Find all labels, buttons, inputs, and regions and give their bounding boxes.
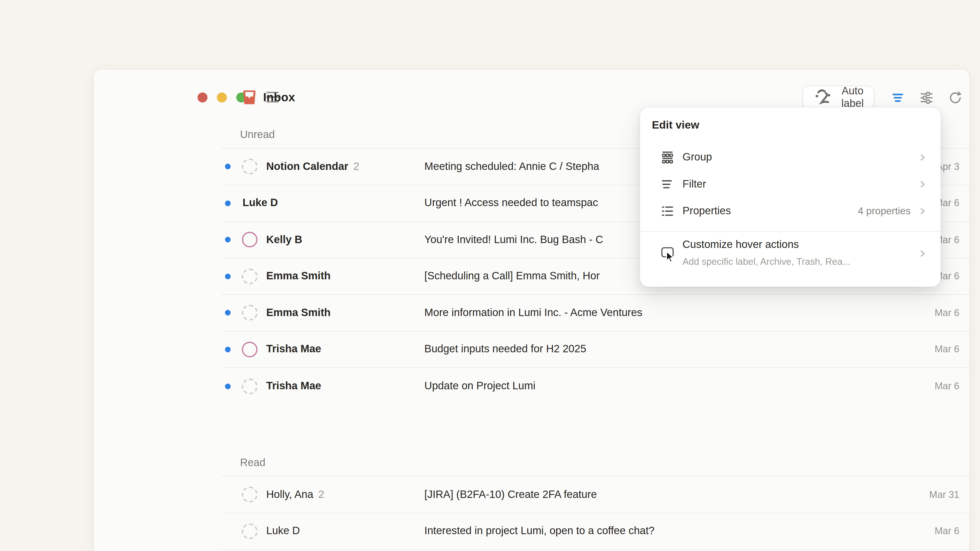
page-title: Inbox <box>263 91 295 104</box>
unread-indicator <box>224 237 230 243</box>
email-subject: Budget inputs needed for H2 2025 <box>425 343 586 356</box>
close-button[interactable] <box>197 92 207 102</box>
email-subject: You're Invited! Lumi Inc. Bug Bash - C <box>425 233 603 246</box>
toolbar-actions: Auto label <box>803 86 964 110</box>
email-subject: Meeting scheduled: Annie C / Stepha <box>425 160 599 173</box>
section-header: Read <box>221 451 969 476</box>
email-sender: Notion Calendar <box>266 160 348 173</box>
email-row[interactable]: Emma SmithMore information in Lumi Inc. … <box>221 295 969 331</box>
avatar <box>242 159 257 175</box>
email-subject: More information in Lumi Inc. - Acme Ven… <box>425 306 642 319</box>
screen: Inbox Auto label <box>0 0 980 551</box>
unread-indicator <box>224 164 230 169</box>
item-value: 4 properties <box>858 205 911 216</box>
chevron-right-icon <box>918 153 927 162</box>
email-sender: Kelly B <box>266 233 302 246</box>
chevron-right-icon <box>918 206 927 215</box>
item-label: Filter <box>682 178 706 190</box>
email-subject: Urgent ! Access needed to teamspac <box>425 197 598 210</box>
avatar <box>242 341 257 357</box>
avatar <box>242 232 257 248</box>
traffic-lights <box>197 92 246 102</box>
email-sender: Trisha Mae <box>266 343 321 356</box>
auto-label-icon <box>811 85 836 110</box>
auto-label-button[interactable]: Auto label <box>803 86 874 110</box>
unread-indicator <box>224 310 230 316</box>
display-settings-icon[interactable] <box>917 88 935 106</box>
item-label: Group <box>682 151 712 163</box>
email-sender: Luke D <box>266 525 300 537</box>
email-row[interactable]: Trisha MaeBudget inputs needed for H2 20… <box>221 331 969 368</box>
email-sender: Emma Smith <box>266 270 331 283</box>
mouse-cursor-icon <box>662 249 678 264</box>
avatar <box>242 305 257 321</box>
edit-view-item-group[interactable]: Group <box>640 144 941 170</box>
chevron-right-icon <box>918 249 927 258</box>
avatar <box>242 524 257 539</box>
email-sender: Emma Smith <box>266 306 331 319</box>
filter-icon <box>660 176 675 192</box>
edit-view-item-filter[interactable]: Filter <box>640 171 941 197</box>
email-date: Mar 6 <box>935 526 959 537</box>
avatar <box>242 268 257 284</box>
panel-title: Edit view <box>652 119 699 132</box>
edit-view-panel: Edit view GroupFilterProperties4 propert… <box>640 107 941 287</box>
email-subject: [JIRA] (B2FA-10) Create 2FA feature <box>425 488 597 501</box>
unread-indicator <box>224 200 230 206</box>
inbox-logo-icon <box>241 89 258 106</box>
toolbar: Inbox Auto label <box>94 69 969 113</box>
section-read: Read Holly, Ana2[JIRA] (B2FA-10) Create … <box>221 451 969 550</box>
group-icon <box>660 150 675 165</box>
minimize-button[interactable] <box>217 92 227 102</box>
customize-hover-actions-item[interactable]: Customize hover actions Add specific lab… <box>640 232 941 287</box>
email-date: Mar 31 <box>929 489 959 500</box>
edit-view-item-properties[interactable]: Properties4 properties <box>640 197 941 224</box>
thread-count: 2 <box>318 488 324 501</box>
unread-indicator <box>224 273 230 279</box>
refresh-icon[interactable] <box>945 88 964 106</box>
email-sender: Luke D <box>242 197 278 210</box>
unread-indicator <box>224 383 230 389</box>
avatar <box>242 487 257 502</box>
email-subject: [Scheduling a Call] Emma Smith, Hor <box>425 270 600 283</box>
email-date: Mar 6 <box>935 344 959 355</box>
inbox-title-group: Inbox <box>241 89 295 106</box>
email-subject: Interested in project Lumi, open to a co… <box>425 525 655 537</box>
item-label: Properties <box>682 205 731 217</box>
filter-icon[interactable] <box>888 88 907 106</box>
email-subject: Update on Project Lumi <box>425 380 535 392</box>
customize-label: Customize hover actions <box>682 239 799 251</box>
email-row[interactable]: Holly, Ana2[JIRA] (B2FA-10) Create 2FA f… <box>221 477 969 513</box>
email-date: Mar 6 <box>935 307 959 318</box>
properties-icon <box>660 203 675 218</box>
avatar <box>242 378 257 394</box>
thread-count: 2 <box>353 160 359 173</box>
email-row[interactable]: Trisha MaeUpdate on Project LumiMar 6 <box>221 368 969 404</box>
section-header-label: Read <box>240 451 266 475</box>
chevron-right-icon <box>918 179 927 188</box>
email-date: Mar 6 <box>935 381 959 392</box>
email-sender: Trisha Mae <box>266 380 321 392</box>
email-sender: Holly, Ana <box>266 488 313 501</box>
customize-description: Add specific label, Archive, Trash, Rea.… <box>682 256 850 267</box>
email-row[interactable]: Luke DInterested in project Lumi, open t… <box>221 513 969 550</box>
section-header-label: Unread <box>240 123 275 147</box>
unread-indicator <box>224 347 230 352</box>
